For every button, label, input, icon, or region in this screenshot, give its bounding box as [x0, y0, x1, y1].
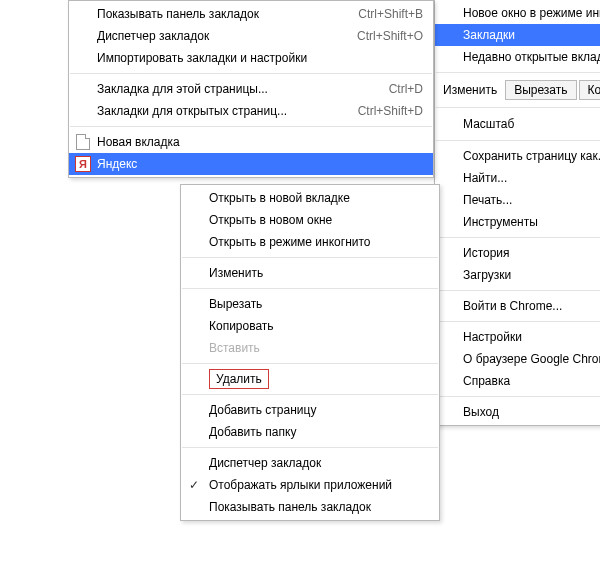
menu-item-yx-manager[interactable]: Диспетчер закладок [181, 452, 439, 474]
menu-item-yandex-bookmark[interactable]: Я Яндекс [69, 153, 433, 175]
add-folder-label: Добавить папку [209, 425, 429, 439]
menu-item-delete[interactable]: Удалить [181, 368, 439, 390]
menu-item-recent-tabs[interactable]: Недавно открытые вкладки [435, 46, 600, 68]
bookmarks-label: Закладки [463, 28, 600, 42]
yandex-context-menu: Открыть в новой вкладке Открыть в новом … [180, 184, 440, 521]
menu-item-edit[interactable]: Изменить [181, 262, 439, 284]
yx-delete-label: Удалить [209, 369, 269, 389]
menu-item-show-bookmarks-bar[interactable]: Показывать панель закладок Ctrl+Shift+B [69, 3, 433, 25]
menu-item-downloads[interactable]: Загрузки [435, 264, 600, 286]
menu-item-about[interactable]: О браузере Google Chrome [435, 348, 600, 370]
tools-label: Инструменты [463, 215, 600, 229]
open-win-label: Открыть в новом окне [209, 213, 429, 227]
yx-cut-label: Вырезать [209, 297, 429, 311]
menu-item-bookmark-this-page[interactable]: Закладка для этой страницы... Ctrl+D [69, 78, 433, 100]
show-bar-label: Показывать панель закладок [97, 7, 338, 21]
save-as-label: Сохранить страницу как... [463, 149, 600, 163]
show-bar-shortcut: Ctrl+Shift+B [358, 7, 423, 21]
separator [436, 290, 600, 291]
about-label: О браузере Google Chrome [463, 352, 600, 366]
this-page-label: Закладка для этой страницы... [97, 82, 369, 96]
this-page-shortcut: Ctrl+D [389, 82, 423, 96]
yandex-icon: Я [75, 156, 91, 172]
menu-item-import-bookmarks[interactable]: Импортировать закладки и настройки [69, 47, 433, 69]
help-label: Справка [463, 374, 600, 388]
menu-item-open-new-tab[interactable]: Открыть в новой вкладке [181, 187, 439, 209]
separator [182, 447, 438, 448]
menu-item-copy[interactable]: Копировать [181, 315, 439, 337]
menu-item-open-incognito[interactable]: Открыть в режиме инкогнито [181, 231, 439, 253]
separator [70, 126, 432, 127]
check-icon: ✓ [189, 478, 199, 492]
menu-item-bookmarks-manager[interactable]: Диспетчер закладок Ctrl+Shift+O [69, 25, 433, 47]
settings-label: Настройки [463, 330, 600, 344]
print-label: Печать... [463, 193, 600, 207]
yx-copy-label: Копировать [209, 319, 429, 333]
menu-item-find[interactable]: Найти... [435, 167, 600, 189]
open-tab-label: Открыть в новой вкладке [209, 191, 429, 205]
open-inc-label: Открыть в режиме инкогнито [209, 235, 429, 249]
separator [182, 288, 438, 289]
open-tabs-label: Закладки для открытых страниц... [97, 104, 338, 118]
manager-label: Диспетчер закладок [97, 29, 337, 43]
separator [182, 363, 438, 364]
new-incognito-label: Новое окно в режиме инкогн [463, 6, 600, 20]
separator [182, 394, 438, 395]
separator [436, 107, 600, 108]
menu-item-new-tab-bookmark[interactable]: Новая вкладка [69, 131, 433, 153]
menu-item-exit[interactable]: Выход [435, 401, 600, 423]
main-chrome-menu: Новое окно в режиме инкогн Закладки Неда… [434, 0, 600, 426]
zoom-row[interactable]: Масштаб [435, 112, 600, 136]
separator [436, 321, 600, 322]
cut-button[interactable]: Вырезать [505, 80, 576, 100]
page-icon [75, 134, 91, 150]
downloads-label: Загрузки [463, 268, 600, 282]
separator [436, 72, 600, 73]
menu-item-add-folder[interactable]: Добавить папку [181, 421, 439, 443]
menu-item-save-as[interactable]: Сохранить страницу как... [435, 145, 600, 167]
find-label: Найти... [463, 171, 600, 185]
separator [70, 73, 432, 74]
menu-item-help[interactable]: Справка [435, 370, 600, 392]
exit-label: Выход [463, 405, 600, 419]
copy-button[interactable]: Копи [579, 80, 600, 100]
menu-item-new-incognito[interactable]: Новое окно в режиме инкогн [435, 2, 600, 24]
separator [182, 257, 438, 258]
menu-item-signin[interactable]: Войти в Chrome... [435, 295, 600, 317]
recent-tabs-label: Недавно открытые вкладки [463, 50, 600, 64]
delete-highlight: Удалить [209, 369, 429, 389]
menu-item-history[interactable]: История [435, 242, 600, 264]
separator [436, 237, 600, 238]
show-apps-label: Отображать ярлыки приложений [209, 478, 429, 492]
menu-item-add-page[interactable]: Добавить страницу [181, 399, 439, 421]
menu-item-yx-show-bar[interactable]: Показывать панель закладок [181, 496, 439, 518]
menu-item-tools[interactable]: Инструменты [435, 211, 600, 233]
yandex-label: Яндекс [97, 157, 423, 171]
menu-item-bookmarks[interactable]: Закладки [435, 24, 600, 46]
signin-label: Войти в Chrome... [463, 299, 600, 313]
separator [436, 396, 600, 397]
new-tab-label: Новая вкладка [97, 135, 423, 149]
menu-item-show-app-shortcuts[interactable]: ✓ Отображать ярлыки приложений [181, 474, 439, 496]
import-label: Импортировать закладки и настройки [97, 51, 423, 65]
separator [436, 140, 600, 141]
menu-item-paste: Вставить [181, 337, 439, 359]
menu-item-bookmark-open-tabs[interactable]: Закладки для открытых страниц... Ctrl+Sh… [69, 100, 433, 122]
manager-shortcut: Ctrl+Shift+O [357, 29, 423, 43]
yx-show-bar-label: Показывать панель закладок [209, 500, 429, 514]
menu-item-open-new-window[interactable]: Открыть в новом окне [181, 209, 439, 231]
menu-item-cut[interactable]: Вырезать [181, 293, 439, 315]
menu-item-settings[interactable]: Настройки [435, 326, 600, 348]
yx-paste-label: Вставить [209, 341, 429, 355]
yx-edit-label: Изменить [209, 266, 429, 280]
edit-actions-row: Изменить Вырезать Копи [435, 77, 600, 103]
history-label: История [463, 246, 600, 260]
bookmarks-submenu: Показывать панель закладок Ctrl+Shift+B … [68, 0, 434, 178]
yx-manager-label: Диспетчер закладок [209, 456, 429, 470]
scale-label: Масштаб [463, 117, 514, 131]
open-tabs-shortcut: Ctrl+Shift+D [358, 104, 423, 118]
edit-label: Изменить [443, 83, 497, 97]
add-page-label: Добавить страницу [209, 403, 429, 417]
menu-item-print[interactable]: Печать... [435, 189, 600, 211]
